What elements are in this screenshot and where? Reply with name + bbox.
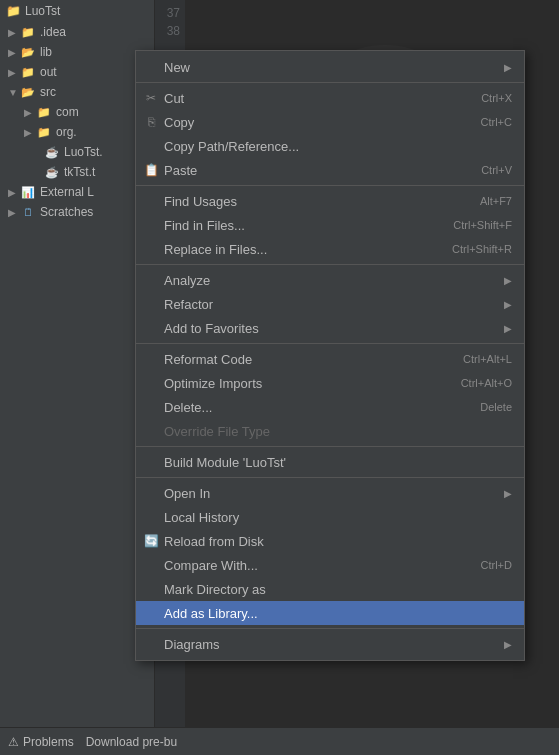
menu-item-refactor[interactable]: Refactor ▶ <box>136 292 524 316</box>
tree-item-com[interactable]: ▶ 📁 com <box>0 102 154 122</box>
arrow-icon: ▼ <box>8 87 20 98</box>
tree-item-scratches[interactable]: ▶ 🗒 Scratches <box>0 202 154 222</box>
scratches-icon: 🗒 <box>20 204 36 220</box>
submenu-arrow-icon: ▶ <box>504 323 512 334</box>
tree-item-lib[interactable]: ▶ 📂 lib <box>0 42 154 62</box>
menu-separator <box>136 264 524 265</box>
paste-icon: 📋 <box>142 163 160 177</box>
tree-item-idea[interactable]: ▶ 📁 .idea <box>0 22 154 42</box>
menu-item-compare-with[interactable]: Compare With... Ctrl+D <box>136 553 524 577</box>
menu-item-add-as-library[interactable]: Add as Library... <box>136 601 524 625</box>
menu-item-optimize-imports[interactable]: Optimize Imports Ctrl+Alt+O <box>136 371 524 395</box>
project-icon: 📁 <box>6 4 21 18</box>
submenu-arrow-icon: ▶ <box>504 275 512 286</box>
tree-item-out[interactable]: ▶ 📁 out <box>0 62 154 82</box>
menu-item-find-usages[interactable]: Find Usages Alt+F7 <box>136 189 524 213</box>
folder-icon: 📁 <box>36 104 52 120</box>
external-lib-icon: 📊 <box>20 184 36 200</box>
menu-item-delete[interactable]: Delete... Delete <box>136 395 524 419</box>
menu-item-analyze[interactable]: Analyze ▶ <box>136 268 524 292</box>
arrow-icon: ▶ <box>24 127 36 138</box>
menu-item-build-module[interactable]: Build Module 'LuoTst' <box>136 450 524 474</box>
menu-item-mark-directory-as[interactable]: Mark Directory as <box>136 577 524 601</box>
menu-separator <box>136 628 524 629</box>
arrow-icon: ▶ <box>8 27 20 38</box>
java-file-icon: ☕ <box>44 144 60 160</box>
menu-item-new[interactable]: New ▶ <box>136 55 524 79</box>
tree-item-luotst-file[interactable]: ▶ ☕ LuoTst. <box>0 142 154 162</box>
folder-icon: 📁 <box>36 124 52 140</box>
arrow-icon: ▶ <box>8 47 20 58</box>
reload-icon: 🔄 <box>142 534 160 548</box>
copy-icon: ⎘ <box>142 115 160 129</box>
menu-item-paste[interactable]: 📋 Paste Ctrl+V <box>136 158 524 182</box>
java-file-icon: ☕ <box>44 164 60 180</box>
menu-item-copy-path[interactable]: Copy Path/Reference... <box>136 134 524 158</box>
menu-separator <box>136 185 524 186</box>
menu-item-cut[interactable]: ✂ Cut Ctrl+X <box>136 86 524 110</box>
tree-item-src[interactable]: ▼ 📂 src <box>0 82 154 102</box>
menu-item-reformat-code[interactable]: Reformat Code Ctrl+Alt+L <box>136 347 524 371</box>
submenu-arrow-icon: ▶ <box>504 299 512 310</box>
line-number: 37 <box>155 4 180 22</box>
problems-icon: ⚠ <box>8 735 19 749</box>
menu-item-reload-from-disk[interactable]: 🔄 Reload from Disk <box>136 529 524 553</box>
tree-item-external[interactable]: ▶ 📊 External L <box>0 182 154 202</box>
sidebar-title: 📁 LuoTst <box>0 0 154 22</box>
cut-icon: ✂ <box>142 91 160 105</box>
menu-separator <box>136 82 524 83</box>
menu-item-replace-in-files[interactable]: Replace in Files... Ctrl+Shift+R <box>136 237 524 261</box>
folder-icon: 📁 <box>20 64 36 80</box>
download-status: Download pre-bu <box>86 735 177 749</box>
arrow-icon: ▶ <box>8 187 20 198</box>
project-sidebar: 📁 LuoTst ▶ 📁 .idea ▶ 📂 lib ▶ 📁 out ▼ 📂 s… <box>0 0 155 755</box>
tree-item-tktst-file[interactable]: ▶ ☕ tkTst.t <box>0 162 154 182</box>
folder-icon: 📂 <box>20 84 36 100</box>
folder-icon: 📁 <box>20 24 36 40</box>
submenu-arrow-icon: ▶ <box>504 62 512 73</box>
tree-item-org[interactable]: ▶ 📁 org. <box>0 122 154 142</box>
menu-item-find-in-files[interactable]: Find in Files... Ctrl+Shift+F <box>136 213 524 237</box>
menu-item-open-in[interactable]: Open In ▶ <box>136 481 524 505</box>
menu-item-add-to-favorites[interactable]: Add to Favorites ▶ <box>136 316 524 340</box>
bottom-bar: ⚠ Problems Download pre-bu <box>0 727 559 755</box>
menu-item-override-file-type: Override File Type <box>136 419 524 443</box>
menu-item-copy[interactable]: ⎘ Copy Ctrl+C <box>136 110 524 134</box>
menu-separator <box>136 343 524 344</box>
submenu-arrow-icon: ▶ <box>504 488 512 499</box>
menu-separator <box>136 477 524 478</box>
menu-item-diagrams[interactable]: Diagrams ▶ <box>136 632 524 656</box>
line-number: 38 <box>155 22 180 40</box>
submenu-arrow-icon: ▶ <box>504 639 512 650</box>
context-menu: New ▶ ✂ Cut Ctrl+X ⎘ Copy Ctrl+C Copy Pa… <box>135 50 525 661</box>
menu-item-local-history[interactable]: Local History <box>136 505 524 529</box>
arrow-icon: ▶ <box>8 207 20 218</box>
arrow-icon: ▶ <box>8 67 20 78</box>
folder-icon: 📂 <box>20 44 36 60</box>
problems-tab[interactable]: ⚠ Problems <box>8 735 74 749</box>
menu-separator <box>136 446 524 447</box>
arrow-icon: ▶ <box>24 107 36 118</box>
